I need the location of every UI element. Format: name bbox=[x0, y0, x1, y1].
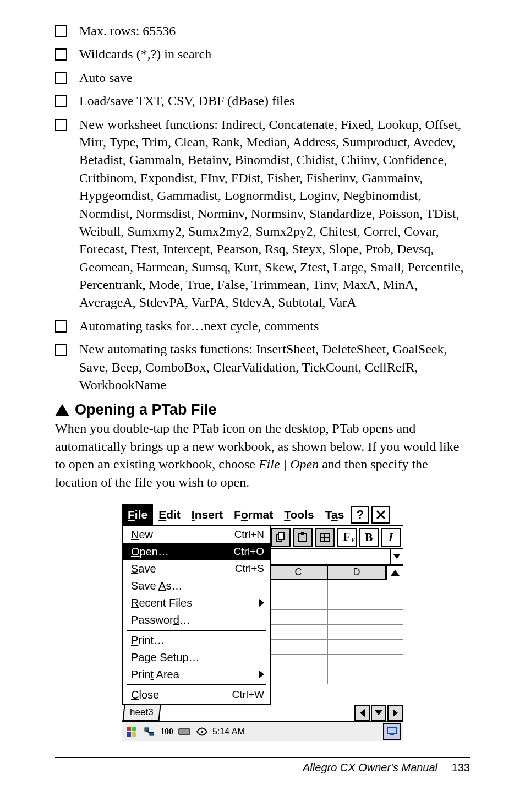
bullet-text: Wildcards (*,?) in search bbox=[79, 47, 211, 61]
scroll-down-grip-button[interactable] bbox=[371, 705, 386, 721]
svg-marker-0 bbox=[55, 404, 69, 416]
close-button[interactable] bbox=[371, 506, 390, 524]
help-button[interactable]: ? bbox=[351, 506, 369, 524]
formula-dropdown-button[interactable] bbox=[390, 549, 403, 564]
sheet-tab[interactable]: heet3 bbox=[123, 705, 161, 721]
zoom-indicator[interactable]: 100 bbox=[160, 724, 174, 739]
list-item: New worksheet functions: Indirect, Conca… bbox=[55, 116, 470, 312]
menuitem-print-area[interactable]: Print Area bbox=[123, 666, 270, 683]
checkbox-icon bbox=[55, 119, 67, 131]
col-header-c[interactable]: C bbox=[269, 565, 327, 580]
checkbox-icon bbox=[55, 320, 67, 333]
menuitem-new[interactable]: NewCtrl+N bbox=[123, 526, 270, 543]
signal-icon[interactable] bbox=[195, 724, 209, 739]
checkbox-icon bbox=[55, 72, 67, 84]
chevron-down-icon bbox=[375, 710, 382, 715]
menu-format[interactable]: Format bbox=[228, 504, 278, 525]
menu-tools[interactable]: Tools bbox=[278, 504, 319, 525]
menu-file[interactable]: File bbox=[122, 504, 153, 525]
svg-point-19 bbox=[201, 731, 203, 733]
menu-separator bbox=[127, 630, 266, 631]
chevron-right-icon bbox=[259, 599, 264, 607]
taskbar: 100 5:14 AM bbox=[122, 721, 403, 741]
sheet-tab-row: heet3 bbox=[122, 705, 403, 721]
bullet-text: Automating tasks for…next cycle, comment… bbox=[79, 319, 319, 333]
menuitem-recent-files[interactable]: Recent Files bbox=[123, 595, 270, 612]
chevron-right-icon bbox=[393, 709, 398, 717]
intro-paragraph: When you double-tap the PTab icon on the… bbox=[55, 419, 470, 491]
svg-rect-14 bbox=[145, 728, 149, 731]
start-icon[interactable] bbox=[124, 724, 139, 739]
list-item: Auto save bbox=[55, 69, 470, 86]
menu-tasks[interactable]: Tas bbox=[320, 504, 350, 525]
list-item: Max. rows: 65536 bbox=[55, 22, 470, 40]
menuitem-print[interactable]: Print… bbox=[123, 632, 270, 649]
grid-icon bbox=[319, 532, 330, 542]
formula-bar[interactable] bbox=[269, 548, 403, 565]
ptab-screenshot: File Edit Insert Format Tools Tas ? NewC… bbox=[122, 504, 403, 741]
checkbox-icon bbox=[55, 25, 67, 37]
menu-insert[interactable]: Insert bbox=[186, 504, 228, 525]
font-button[interactable]: FF bbox=[337, 528, 357, 547]
bullet-text: Load/save TXT, CSV, DBF (dBase) files bbox=[79, 94, 294, 108]
svg-rect-18 bbox=[179, 729, 189, 734]
scroll-left-button[interactable] bbox=[354, 705, 370, 721]
copy-icon bbox=[275, 532, 286, 542]
chevron-left-icon bbox=[360, 709, 365, 717]
bullet-text: New worksheet functions: Indirect, Conca… bbox=[79, 116, 470, 312]
keyboard-icon[interactable] bbox=[177, 724, 192, 739]
spreadsheet-grid[interactable]: C D bbox=[269, 565, 403, 696]
heading-text: Opening a PTab File bbox=[75, 401, 217, 418]
triangle-up-icon bbox=[55, 404, 69, 416]
checkbox-icon bbox=[55, 48, 67, 61]
menuitem-page-setup[interactable]: Page Setup… bbox=[123, 649, 270, 666]
menu-edit[interactable]: Edit bbox=[153, 504, 186, 525]
section-heading: Opening a PTab File bbox=[55, 401, 470, 418]
svg-rect-4 bbox=[278, 533, 284, 539]
toolbar: FF B I bbox=[269, 526, 403, 548]
svg-rect-13 bbox=[132, 732, 136, 737]
svg-rect-20 bbox=[387, 728, 396, 734]
paste-icon bbox=[297, 532, 308, 542]
bullet-text: Max. rows: 65536 bbox=[79, 24, 176, 38]
paste-button[interactable] bbox=[293, 528, 313, 547]
file-menu-dropdown: NewCtrl+N Open…Ctrl+O SaveCtrl+S Save As… bbox=[122, 526, 271, 705]
close-icon bbox=[376, 510, 385, 519]
scroll-right-button[interactable] bbox=[387, 705, 403, 721]
footer-title: Allegro CX Owner's Manual bbox=[303, 761, 438, 773]
scroll-up-button[interactable] bbox=[386, 565, 403, 580]
bullet-text: Auto save bbox=[79, 70, 133, 85]
italic-button[interactable]: I bbox=[381, 528, 401, 547]
menuitem-save-as[interactable]: Save As… bbox=[123, 577, 270, 595]
copy-button[interactable] bbox=[271, 528, 291, 547]
menuitem-password[interactable]: Password… bbox=[123, 612, 270, 629]
desktop-button[interactable] bbox=[383, 723, 401, 740]
svg-rect-6 bbox=[301, 532, 304, 535]
svg-rect-10 bbox=[127, 727, 131, 731]
network-icon[interactable] bbox=[142, 724, 156, 739]
menuitem-close[interactable]: CloseCtrl+W bbox=[123, 686, 270, 704]
checkbox-icon bbox=[55, 95, 67, 107]
chevron-right-icon bbox=[259, 671, 264, 678]
desktop-icon bbox=[387, 727, 397, 736]
list-item: Load/save TXT, CSV, DBF (dBase) files bbox=[55, 92, 470, 110]
chevron-up-icon bbox=[391, 570, 400, 576]
col-header-d[interactable]: D bbox=[327, 565, 386, 580]
checkbox-icon bbox=[55, 344, 67, 356]
page-footer: Allegro CX Owner's Manual 133 bbox=[55, 757, 470, 774]
grid-button[interactable] bbox=[315, 528, 335, 547]
menubar: File Edit Insert Format Tools Tas ? bbox=[122, 504, 403, 525]
bullet-text: New automating tasks functions: InsertSh… bbox=[79, 340, 470, 394]
list-item: New automating tasks functions: InsertSh… bbox=[55, 340, 470, 394]
footer-page: 133 bbox=[452, 761, 470, 773]
svg-rect-12 bbox=[127, 732, 131, 737]
bold-button[interactable]: B bbox=[359, 528, 379, 547]
chevron-down-icon bbox=[393, 554, 401, 559]
svg-rect-11 bbox=[132, 727, 136, 731]
menuitem-save[interactable]: SaveCtrl+S bbox=[123, 560, 270, 577]
list-item: Wildcards (*,?) in search bbox=[55, 45, 470, 63]
menu-separator bbox=[127, 684, 266, 685]
menuitem-open[interactable]: Open…Ctrl+O bbox=[123, 543, 270, 560]
list-item: Automating tasks for…next cycle, comment… bbox=[55, 317, 470, 335]
svg-rect-21 bbox=[390, 734, 394, 735]
